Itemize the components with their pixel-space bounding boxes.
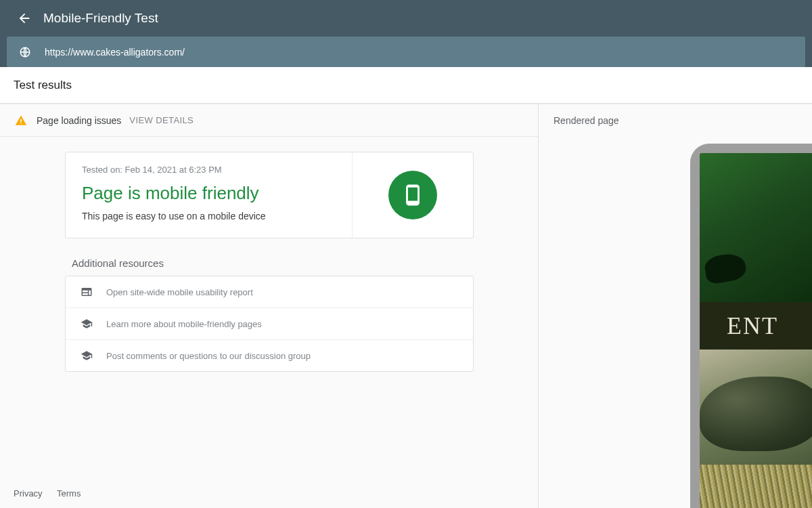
svg-rect-1 [20, 119, 22, 122]
svg-rect-2 [20, 123, 22, 124]
view-details-link[interactable]: VIEW DETAILS [129, 115, 194, 125]
web-icon [79, 284, 94, 299]
resource-label: Open site-wide mobile usability report [106, 287, 253, 297]
result-subtext: This page is easy to use on a mobile dev… [82, 211, 336, 221]
result-summary: Tested on: Feb 14, 2021 at 6:23 PM Page … [66, 152, 353, 238]
url-bar[interactable]: https://www.cakes-alligators.com/ [7, 37, 805, 67]
school-icon [79, 348, 94, 363]
resource-discussion[interactable]: Post comments or questions to our discus… [66, 340, 473, 371]
phone-frame: ENT [690, 144, 812, 508]
url-bar-container: https://www.cakes-alligators.com/ [0, 37, 812, 67]
rendered-banner-text: ENT [727, 312, 778, 340]
app-title: Mobile-Friendly Test [43, 11, 158, 26]
issues-text: Page loading issues [37, 115, 121, 126]
rendered-page-column: Rendered page ENT [539, 104, 812, 508]
issues-bar: Page loading issues VIEW DETAILS [0, 104, 538, 137]
result-heading: Page is mobile friendly [82, 183, 336, 204]
warning-icon [15, 114, 27, 127]
resource-usability-report[interactable]: Open site-wide mobile usability report [66, 276, 473, 308]
globe-icon [19, 46, 31, 58]
section-header: Test results [0, 67, 812, 104]
resource-label: Learn more about mobile-friendly pages [106, 319, 262, 329]
additional-resources-title: Additional resources [72, 257, 538, 269]
arrow-left-icon [17, 11, 32, 26]
school-icon [79, 316, 94, 331]
terms-link[interactable]: Terms [57, 488, 81, 499]
tested-timestamp: Tested on: Feb 14, 2021 at 6:23 PM [82, 165, 336, 175]
footer-links: Privacy Terms [14, 488, 93, 499]
privacy-link[interactable]: Privacy [14, 488, 43, 499]
mobile-friendly-badge [388, 171, 437, 219]
section-title: Test results [14, 79, 72, 92]
result-badge-area [353, 152, 473, 238]
rendered-screenshot[interactable]: ENT [700, 153, 812, 508]
app-header: Mobile-Friendly Test [0, 0, 812, 37]
results-column: Page loading issues VIEW DETAILS Tested … [0, 104, 539, 508]
resource-learn-more[interactable]: Learn more about mobile-friendly pages [66, 308, 473, 340]
smartphone-icon [401, 184, 424, 207]
resources-card: Open site-wide mobile usability report L… [65, 276, 474, 372]
content-area: Page loading issues VIEW DETAILS Tested … [0, 104, 812, 508]
resource-label: Post comments or questions to our discus… [106, 351, 311, 361]
rendered-page-title: Rendered page [539, 104, 812, 137]
result-card: Tested on: Feb 14, 2021 at 6:23 PM Page … [65, 152, 474, 238]
tested-url: https://www.cakes-alligators.com/ [45, 47, 185, 58]
back-button[interactable] [11, 5, 38, 32]
